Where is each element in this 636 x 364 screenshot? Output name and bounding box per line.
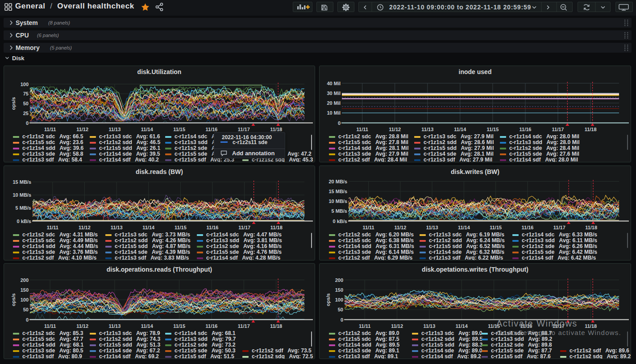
svg-text:0 kB/s: 0 kB/s [333,219,347,224]
svg-text:11/18: 11/18 [270,323,282,329]
svg-text:150: 150 [335,287,343,293]
svg-text:10 Mil: 10 Mil [327,110,341,116]
svg-text:11/11: 11/11 [44,323,56,329]
svg-text:200: 200 [335,277,343,283]
svg-text:20 Mil: 20 Mil [327,100,341,106]
svg-text:150: 150 [21,287,29,293]
svg-text:11/15: 11/15 [173,127,185,132]
svg-text:11/11: 11/11 [359,323,370,329]
svg-text:11/14: 11/14 [142,225,155,230]
svg-text:0: 0 [26,120,29,126]
svg-text:11/13: 11/13 [108,127,121,132]
svg-text:11/12: 11/12 [391,323,403,329]
svg-text:30 Mil: 30 Mil [327,91,341,96]
svg-text:11/18: 11/18 [585,323,597,329]
svg-text:11/11: 11/11 [357,127,368,132]
svg-text:25: 25 [23,111,29,116]
svg-text:11/11: 11/11 [44,127,56,132]
svg-text:11/11: 11/11 [362,225,374,230]
svg-text:11/15: 11/15 [486,127,499,132]
svg-text:11/16: 11/16 [207,225,219,230]
svg-text:75: 75 [23,91,29,96]
svg-text:0: 0 [341,317,343,323]
svg-text:0 kB/s: 0 kB/s [17,219,31,224]
svg-text:100: 100 [335,297,343,302]
svg-text:10 MB/s: 10 MB/s [12,192,31,198]
svg-text:ops/s: ops/s [11,294,16,306]
svg-text:11/11: 11/11 [47,225,58,230]
svg-text:ops/s: ops/s [325,294,331,306]
svg-text:11/15: 11/15 [173,323,185,329]
svg-text:11/13: 11/13 [421,127,433,132]
svg-text:11/15: 11/15 [175,225,187,230]
svg-text:50: 50 [338,307,343,312]
svg-text:50: 50 [23,101,29,106]
svg-text:11/15: 11/15 [490,225,502,230]
svg-text:11/12: 11/12 [394,225,406,230]
svg-text:11/14: 11/14 [454,127,466,132]
svg-text:11/13: 11/13 [426,225,438,230]
svg-text:11/18: 11/18 [585,127,597,132]
svg-text:11/13: 11/13 [108,323,121,329]
svg-text:11/17: 11/17 [553,225,565,230]
svg-text:11/16: 11/16 [520,127,532,132]
svg-text:10 MB/s: 10 MB/s [328,199,347,204]
svg-text:100: 100 [21,82,29,87]
svg-text:11/17: 11/17 [238,323,250,329]
svg-text:11/18: 11/18 [270,225,283,230]
svg-text:5 MB/s: 5 MB/s [16,205,31,211]
svg-text:20 MB/s: 20 MB/s [328,179,347,184]
svg-text:11/18: 11/18 [270,127,282,132]
svg-text:11/17: 11/17 [238,127,250,132]
svg-text:11/17: 11/17 [552,127,564,132]
svg-text:11/14: 11/14 [141,323,154,329]
svg-text:11/12: 11/12 [389,127,401,132]
svg-text:11/12: 11/12 [79,225,91,230]
svg-text:0: 0 [26,317,29,323]
svg-text:11/14: 11/14 [458,225,470,230]
svg-text:11/12: 11/12 [76,323,88,329]
svg-text:11/16: 11/16 [206,127,218,132]
svg-text:11/13: 11/13 [111,225,123,230]
svg-text:11/17: 11/17 [238,225,250,230]
svg-text:11/16: 11/16 [522,225,534,230]
svg-text:11/16: 11/16 [206,323,218,329]
svg-text:15 MB/s: 15 MB/s [328,189,347,194]
svg-text:50: 50 [23,307,29,312]
svg-text:11/13: 11/13 [423,323,435,329]
svg-text:100: 100 [21,297,29,302]
svg-text:5 MB/s: 5 MB/s [332,208,347,214]
svg-text:11/14: 11/14 [141,127,154,132]
svg-text:ops/s: ops/s [11,97,16,110]
svg-text:15 MB/s: 15 MB/s [12,179,31,185]
svg-text:40 Mil: 40 Mil [327,81,341,86]
svg-text:11/14: 11/14 [456,323,468,329]
svg-text:0: 0 [338,120,341,126]
svg-text:200: 200 [21,277,29,283]
svg-text:11/18: 11/18 [585,225,597,230]
svg-text:11/12: 11/12 [76,127,88,132]
